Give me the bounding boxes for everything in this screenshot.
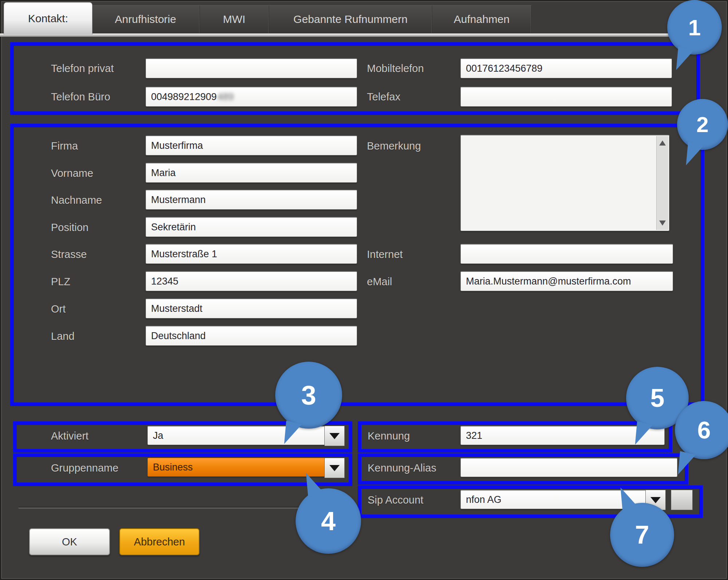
plz-label: PLZ <box>51 276 70 288</box>
telefon-buero-label: Telefon Büro <box>51 91 110 103</box>
telefon-buero-redacted-digits: 489 <box>217 91 234 103</box>
kontakt-dialog: Anrufhistorie MWI Gebannte Rufnummern Au… <box>0 0 728 580</box>
badge-number: 4 <box>321 506 336 536</box>
telefon-privat-label: Telefon privat <box>51 63 114 75</box>
badge-number: 2 <box>696 112 708 137</box>
callout-badge-2: 2 <box>677 99 728 150</box>
callout-badge-3: 3 <box>275 362 342 429</box>
internet-label: Internet <box>367 249 403 261</box>
ort-value: Musterstadt <box>151 303 202 314</box>
kennung-alias-label: Kennung-Alias <box>368 462 436 474</box>
gruppenname-value: Business <box>153 462 193 473</box>
land-label: Land <box>51 330 75 342</box>
ort-field[interactable]: Musterstadt <box>146 298 357 318</box>
position-field[interactable]: Sekretärin <box>146 217 357 237</box>
aktiviert-label: Aktiviert <box>51 430 88 442</box>
position-label: Position <box>51 222 88 234</box>
badge-number: 1 <box>688 15 701 40</box>
scroll-down-icon[interactable] <box>659 221 666 226</box>
nachname-value: Mustermann <box>151 194 206 206</box>
nachname-field[interactable]: Mustermann <box>146 190 357 210</box>
sip-account-value: nfon AG <box>466 494 502 505</box>
badge-number: 7 <box>635 520 649 549</box>
tab-label: Kontakt: <box>28 12 68 25</box>
firma-value: Musterfirma <box>151 140 203 151</box>
cancel-button[interactable]: Abbrechen <box>119 528 199 555</box>
chevron-down-icon <box>650 497 661 503</box>
strasse-label: Strasse <box>51 249 87 261</box>
tab-label: Aufnahmen <box>454 13 510 25</box>
nachname-label: Nachname <box>51 194 102 206</box>
chevron-down-icon <box>329 465 340 471</box>
sip-account-label: Sip Account <box>368 494 423 506</box>
telefon-buero-value: 004989212909 <box>151 91 217 103</box>
telefax-label: Telefax <box>367 91 400 103</box>
firma-label: Firma <box>51 140 78 152</box>
land-field[interactable]: Deutschland <box>146 326 357 346</box>
bemerkung-scrollbar[interactable] <box>656 136 668 230</box>
callout-badge-4: 4 <box>296 488 361 554</box>
tab-mwi[interactable]: MWI <box>200 5 269 33</box>
email-value: Maria.Mustermann@musterfirma.com <box>466 276 631 287</box>
telefax-field[interactable] <box>460 87 672 107</box>
callout-badge-7: 7 <box>610 503 674 567</box>
kennung-value: 321 <box>466 430 482 441</box>
callout-badge-1: 1 <box>667 0 722 55</box>
kennung-label: Kennung <box>368 430 410 442</box>
position-value: Sekretärin <box>151 222 196 233</box>
tab-anrufhistorie[interactable]: Anrufhistorie <box>92 5 200 33</box>
email-field[interactable]: Maria.Mustermann@musterfirma.com <box>460 271 673 291</box>
strasse-value: Musterstraße 1 <box>151 249 217 260</box>
chevron-down-icon <box>329 433 340 439</box>
ort-label: Ort <box>51 303 66 315</box>
bemerkung-textarea[interactable] <box>460 135 669 231</box>
plz-value: 12345 <box>151 276 178 287</box>
tab-aufnahmen[interactable]: Aufnahmen <box>432 5 531 33</box>
vorname-value: Maria <box>151 167 176 179</box>
ok-button[interactable]: OK <box>29 528 110 555</box>
strasse-field[interactable]: Musterstraße 1 <box>146 244 357 264</box>
vorname-field[interactable]: Maria <box>146 163 357 183</box>
vorname-label: Vorname <box>51 167 93 179</box>
aktiviert-dropdown[interactable]: Ja <box>147 426 330 445</box>
sip-account-extra-button[interactable] <box>671 490 693 510</box>
telefon-privat-field[interactable] <box>146 58 357 78</box>
telefon-buero-field[interactable]: 004989212909489 <box>146 87 357 107</box>
callout-badge-6: 6 <box>675 401 728 459</box>
firma-field[interactable]: Musterfirma <box>146 135 357 155</box>
kennung-alias-field[interactable] <box>460 458 677 477</box>
mobiltelefon-value: 00176123456789 <box>466 63 542 74</box>
internet-field[interactable] <box>460 244 673 264</box>
gruppenname-label: Gruppenname <box>51 462 118 474</box>
tab-gebannte-rufnummern[interactable]: Gebannte Rufnummern <box>269 5 432 33</box>
mobiltelefon-field[interactable]: 00176123456789 <box>460 58 672 78</box>
badge-number: 6 <box>697 416 711 444</box>
scroll-up-icon[interactable] <box>659 140 666 146</box>
mobiltelefon-label: Mobiltelefon <box>367 63 424 75</box>
gruppenname-dropdown-button[interactable] <box>324 458 345 478</box>
tab-kontakt[interactable]: Kontakt: <box>4 2 92 35</box>
bemerkung-label: Bemerkung <box>367 140 421 152</box>
aktiviert-value: Ja <box>153 430 163 441</box>
plz-field[interactable]: 12345 <box>146 271 357 291</box>
tab-bar: Anrufhistorie MWI Gebannte Rufnummern Au… <box>92 5 531 33</box>
tab-label: MWI <box>223 13 246 25</box>
badge-number: 3 <box>301 380 316 411</box>
land-value: Deutschland <box>151 330 206 342</box>
tab-underline <box>0 33 715 37</box>
aktiviert-dropdown-button[interactable] <box>324 426 345 446</box>
email-label: eMail <box>367 276 392 288</box>
badge-number: 5 <box>650 384 665 413</box>
tab-label: Gebannte Rufnummern <box>293 13 408 25</box>
tab-label: Anrufhistorie <box>115 13 176 25</box>
